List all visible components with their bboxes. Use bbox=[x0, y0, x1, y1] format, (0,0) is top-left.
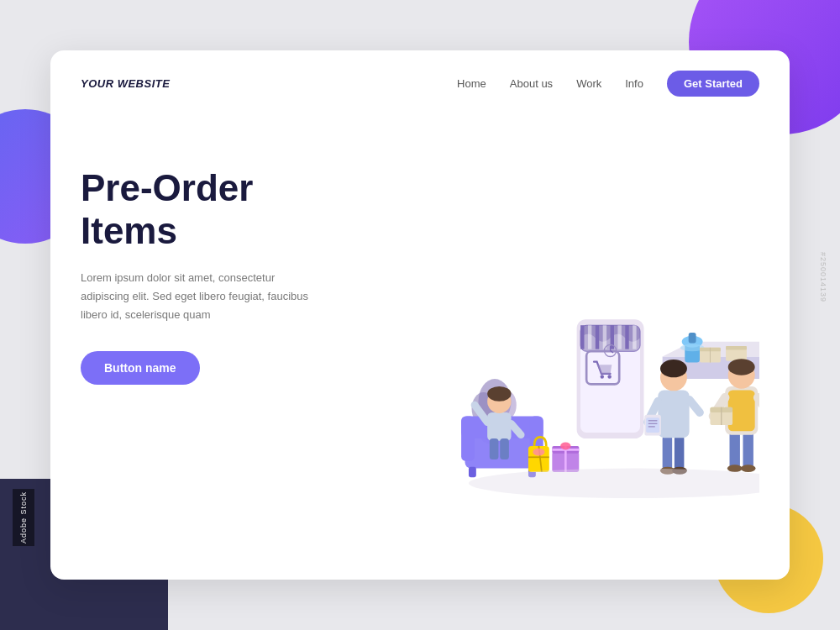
navbar: YOUR WEBSITE Home About us Work Info Get… bbox=[50, 50, 790, 117]
hero-title: Pre-OrderItems bbox=[81, 167, 349, 252]
hero-description: Lorem ipsum dolor sit amet, consectetur … bbox=[81, 269, 316, 324]
brand-logo: YOUR WEBSITE bbox=[81, 77, 170, 90]
nav-work[interactable]: Work bbox=[576, 77, 601, 90]
svg-point-32 bbox=[601, 375, 604, 378]
svg-rect-16 bbox=[490, 438, 499, 459]
nav-about[interactable]: About us bbox=[510, 77, 553, 90]
svg-point-13 bbox=[487, 386, 511, 402]
svg-rect-50 bbox=[726, 346, 747, 349]
svg-rect-44 bbox=[689, 333, 696, 343]
nav-links: Home About us Work Info Get Started bbox=[457, 71, 759, 97]
svg-line-70 bbox=[690, 400, 700, 412]
svg-rect-7 bbox=[461, 416, 475, 460]
svg-rect-51 bbox=[730, 431, 740, 468]
hero-cta-button[interactable]: Button name bbox=[81, 351, 200, 385]
main-card: YOUR WEBSITE Home About us Work Info Get… bbox=[50, 50, 790, 580]
svg-rect-9 bbox=[469, 467, 476, 477]
hero-illustration bbox=[349, 125, 759, 528]
get-started-button[interactable]: Get Started bbox=[667, 71, 759, 97]
svg-rect-17 bbox=[500, 438, 509, 459]
adobe-stock-badge: Adobe Stock bbox=[13, 489, 34, 546]
svg-rect-64 bbox=[663, 435, 673, 471]
nav-home[interactable]: Home bbox=[457, 77, 486, 90]
svg-point-86 bbox=[469, 469, 759, 498]
svg-point-33 bbox=[607, 375, 611, 378]
svg-point-72 bbox=[660, 360, 687, 377]
isometric-scene bbox=[349, 125, 759, 528]
svg-rect-65 bbox=[675, 435, 685, 471]
stock-number: #250014139 bbox=[819, 252, 827, 302]
svg-rect-52 bbox=[743, 431, 753, 468]
svg-point-26 bbox=[560, 443, 570, 450]
svg-rect-68 bbox=[658, 390, 689, 438]
hero-section: Pre-OrderItems Lorem ipsum dolor sit ame… bbox=[50, 117, 790, 579]
svg-point-60 bbox=[728, 359, 755, 375]
svg-rect-74 bbox=[646, 417, 659, 433]
svg-point-53 bbox=[727, 465, 743, 472]
svg-rect-11 bbox=[487, 412, 511, 441]
hero-content: Pre-OrderItems Lorem ipsum dolor sit ame… bbox=[81, 134, 349, 385]
svg-line-58 bbox=[758, 397, 759, 408]
svg-point-21 bbox=[533, 449, 544, 456]
svg-point-54 bbox=[741, 465, 756, 472]
nav-info[interactable]: Info bbox=[625, 77, 643, 90]
